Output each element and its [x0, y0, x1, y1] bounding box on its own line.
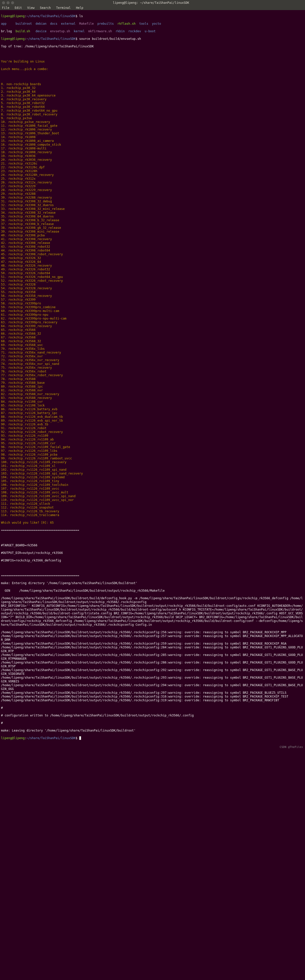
- top-of-tree: Top of tree: /home/lipeng/share/TaiShanP…: [1, 45, 304, 48]
- board-item: 64. rockchip_rk3399_recovery: [1, 324, 304, 328]
- board-item: 16. rockchip_rk1808_compute_stick: [1, 143, 304, 147]
- board-item: 71. rockchip_rk356x_nand_recovery: [1, 351, 304, 355]
- board-item: 32. rockchip_rk3308_32_dueros: [1, 204, 304, 207]
- menu-edit[interactable]: Edit: [14, 6, 22, 10]
- board-item: 65. rockchip_rk3566: [1, 328, 304, 332]
- board-item: 33. rockchip_rk3308_32_mini_release: [1, 207, 304, 211]
- menu-file[interactable]: File: [2, 6, 9, 10]
- warning-line: /home/lipeng/share/TaiShanPai/linuxSDK/b…: [1, 646, 304, 653]
- building-text: You're building on Linux: [1, 60, 304, 64]
- board-item: 62. rockchip_rk3399pro-npu-multi-cam: [1, 317, 304, 321]
- board-item: 12. rockchip_rk1806_recovery: [1, 128, 304, 132]
- board-item: 38. rockchip_rk3308_gk_32_release: [1, 226, 304, 230]
- board-item: 2. rockchip_px30_64: [1, 90, 304, 94]
- menu-help[interactable]: Help: [76, 6, 83, 10]
- board-item: 9. rockchip_px3se: [1, 116, 304, 120]
- board-item: 81. rockchip_rk3588_nvr: [1, 388, 304, 392]
- board-item: 90. rockchip_rv1126_evb_tb: [1, 423, 304, 426]
- board-item: 51. rockchip_rk3326_robot64_no_gpu: [1, 275, 304, 279]
- board-item: 57. rockchip_rk3399: [1, 298, 304, 302]
- board-item: 96. rockchip_rv1126_rv1109_facial_gate: [1, 445, 304, 449]
- board-item: 85. rockchip_rv1108_lock: [1, 404, 304, 407]
- board-item: 69. rockchip_rk3568_uvc: [1, 343, 304, 347]
- board-item: 43. rockchip_rk3308_robot32: [1, 245, 304, 249]
- board-item: 30. rockchip_rk3288_recovery: [1, 196, 304, 200]
- command-ls: ls: [79, 14, 83, 18]
- board-item: 113. rockchip_rv1126_tb_recovery: [1, 509, 304, 513]
- board-item: 41. rockchip_rk3308_recovery: [1, 237, 304, 241]
- board-item: 83. rockchip_rk3588_recovery: [1, 396, 304, 400]
- board-item: 106. rockchip_rv1126_rv1109_toolchain: [1, 483, 304, 487]
- menu-view[interactable]: View: [27, 6, 35, 10]
- board-item: 94. rockchip_rv1126_rv1109_ab: [1, 438, 304, 441]
- board-item: 72. rockchip_rk356x_nvr: [1, 355, 304, 358]
- board-item: 84. rockchip_rv1108_cvr: [1, 400, 304, 404]
- board-item: 49. rockchip_rk3326_robot32: [1, 267, 304, 271]
- ls-output-row-2: br.log build.sh device envsetup.sh kerne…: [1, 29, 304, 33]
- board-item: 60. rockchip_rk3399pro-multi-cam: [1, 309, 304, 313]
- board-item: 97. rockchip_rv1126_rv1109_libs: [1, 449, 304, 453]
- warning-line: /home/lipeng/share/TaiShanPai/linuxSDK/b…: [1, 691, 304, 695]
- board-item: 26. rockchip_rk312x_recovery: [1, 181, 304, 185]
- board-item: 37. rockchip_rk3308_b_release: [1, 222, 304, 226]
- board-item: 20. rockchip_rk3036_recovery: [1, 158, 304, 162]
- board-item: 110. rockchip_rv1126_rv1109_uvcc_spi_nor: [1, 498, 304, 502]
- board-item: 105. rockchip_rv1126_rv1109_tiny: [1, 479, 304, 483]
- board-item: 56. rockchip_rk3358_recovery: [1, 294, 304, 298]
- board-item: 44. rockchip_rk3308_robot64: [1, 249, 304, 253]
- board-item: 59. rockchip_rk3399pro_combine: [1, 305, 304, 309]
- board-item: 112. rockchip_rv1126_snapshot: [1, 506, 304, 509]
- menubar: File Edit View Search Terminal Help: [0, 6, 305, 10]
- board-item: 31. rockchip_rk3308_32_debug: [1, 200, 304, 204]
- board-item: 48. rockchip_rk3326_recovery: [1, 264, 304, 267]
- minimize-icon[interactable]: [6, 1, 9, 4]
- hash-line: #: [1, 721, 304, 725]
- board-item: 66. rockchip_rk3566_32: [1, 332, 304, 336]
- board-item: 86. rockchip_rv1126_battery_evb: [1, 407, 304, 411]
- board-item: 100. rockchip_rv1126_rv1109_recovery: [1, 460, 304, 464]
- build-line: BR2_DEFCONFIG='' KCONFIG_AUTOCONFIG=/hom…: [1, 604, 304, 627]
- board-item: 10. rockchip_px3se_recovery: [1, 120, 304, 124]
- prompt-user: lipeng@lipeng: [1, 14, 25, 18]
- menu-terminal[interactable]: Terminal: [56, 6, 71, 10]
- board-item: 89. rockchip_rv1126_evb_spi_nor_tb: [1, 419, 304, 423]
- board-item: 34. rockchip_rk3308_32_release: [1, 211, 304, 215]
- board-item: 50. rockchip_rk3326_robot64: [1, 271, 304, 275]
- board-item: 99. rockchip_rv1126_rv1109_ramboot_uvcc: [1, 457, 304, 460]
- board-item: 24. rockchip_rk3128h_recovery: [1, 173, 304, 177]
- menu-search[interactable]: Search: [40, 6, 51, 10]
- window-title: lipeng@lipeng: ~/share/TaiShanPai/linuxS…: [14, 1, 288, 5]
- window-buttons: [2, 1, 14, 4]
- board-item: 27. rockchip_rk3229: [1, 185, 304, 188]
- board-item: 87. rockchip_rv1126_battery_ipc: [1, 411, 304, 415]
- board-item: 17. rockchip_rk1808-multi: [1, 147, 304, 150]
- terminal-output[interactable]: lipeng@lipeng:~/share/TaiShanPai/linuxSD…: [0, 10, 305, 745]
- board-item: 76. rockchip_rk356x_robot: [1, 370, 304, 374]
- board-item: 55. rockchip_rk3358: [1, 290, 304, 294]
- board-item: 5. rockchip_px30_robot32: [1, 101, 304, 105]
- gen-line: GEN /home/lipeng/share/TaiShanPai/linuxS…: [1, 589, 304, 593]
- board-item: 53. rockchip_rk3328: [1, 283, 304, 286]
- board-item: 104. rockchip_rv1126_rv1109_systemd: [1, 476, 304, 479]
- watermark: CSDN @TheFiles: [0, 745, 305, 750]
- board-item: 4. rockchip_px30_recovery: [1, 97, 304, 101]
- board-item: 108. rockchip_rv1126_rv1109_uvcc_mult: [1, 491, 304, 495]
- warning-line: /home/lipeng/share/TaiShanPai/linuxSDK/b…: [1, 634, 304, 642]
- build-output: /home/lipeng/share/TaiShanPai/linuxSDK/b…: [1, 597, 304, 627]
- board-item: 47. rockchip_rk3326_64: [1, 260, 304, 264]
- board-item: 92. rockchip_rv1126_robot_recovery: [1, 430, 304, 434]
- separator: ========================================…: [1, 528, 304, 532]
- board-item: 23. rockchip_rk3128h: [1, 169, 304, 173]
- prompt-line-1: lipeng@lipeng:~/share/TaiShanPai/linuxSD…: [1, 14, 304, 18]
- close-icon[interactable]: [2, 1, 5, 4]
- prompt-path: ~/share/TaiShanPai/linuxSDK: [27, 14, 76, 18]
- board-item: 11. rockchip_rk1806_facial_gate: [1, 124, 304, 128]
- board-item: 68. rockchip_rk3568_32: [1, 339, 304, 343]
- board-item: 70. rockchip_rk356x_libs: [1, 347, 304, 351]
- board-item: 35. rockchip_rk3308_64_dueros: [1, 215, 304, 218]
- maximize-icon[interactable]: [11, 1, 14, 4]
- board-item: 79. rockchip_rk3588_base: [1, 381, 304, 385]
- board-item: 93. rockchip_rv1126_rv1109: [1, 434, 304, 438]
- board-item: 46. rockchip_rk3326_32: [1, 256, 304, 260]
- board-item: 63. rockchip_rk3399pro_recovery: [1, 321, 304, 324]
